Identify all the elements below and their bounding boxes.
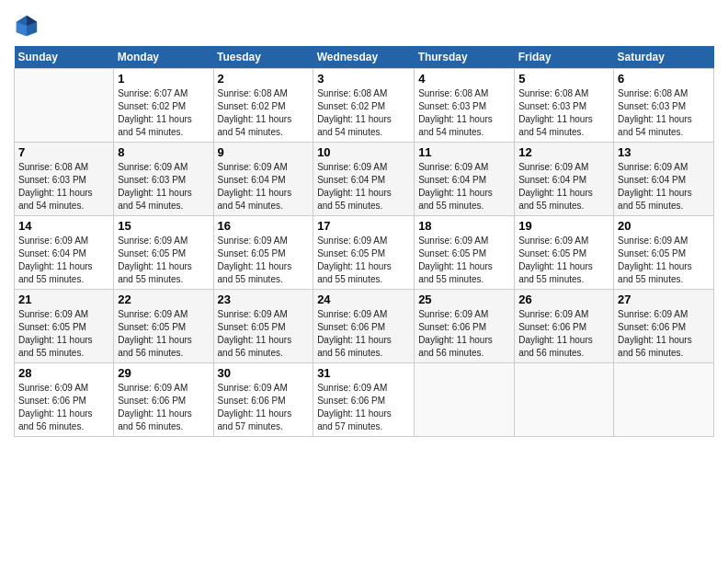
header-monday: Monday: [114, 46, 213, 69]
day-info: Sunrise: 6:09 AMSunset: 6:04 PMDaylight:…: [618, 161, 710, 213]
day-number: 18: [418, 219, 510, 233]
day-number: 29: [118, 366, 209, 380]
calendar-cell: 25Sunrise: 6:09 AMSunset: 6:06 PMDayligh…: [415, 290, 515, 363]
day-info: Sunrise: 6:08 AMSunset: 6:03 PMDaylight:…: [518, 87, 609, 139]
day-number: 27: [618, 293, 710, 306]
day-number: 26: [518, 293, 609, 306]
calendar-cell: 30Sunrise: 6:09 AMSunset: 6:06 PMDayligh…: [213, 363, 313, 437]
calendar-cell: 11Sunrise: 6:09 AMSunset: 6:04 PMDayligh…: [415, 143, 515, 216]
day-number: 15: [118, 219, 209, 233]
day-number: 22: [118, 293, 209, 306]
day-info: Sunrise: 6:09 AMSunset: 6:03 PMDaylight:…: [118, 161, 209, 213]
day-number: 30: [218, 366, 310, 380]
day-info: Sunrise: 6:09 AMSunset: 6:04 PMDaylight:…: [218, 161, 310, 213]
day-info: Sunrise: 6:08 AMSunset: 6:03 PMDaylight:…: [418, 87, 510, 139]
calendar-cell: 9Sunrise: 6:09 AMSunset: 6:04 PMDaylight…: [213, 143, 313, 216]
calendar-cell: 16Sunrise: 6:09 AMSunset: 6:05 PMDayligh…: [213, 216, 313, 290]
logo: [14, 13, 43, 39]
day-number: 24: [317, 293, 410, 306]
day-info: Sunrise: 6:09 AMSunset: 6:06 PMDaylight:…: [317, 382, 410, 433]
day-info: Sunrise: 6:08 AMSunset: 6:02 PMDaylight:…: [317, 87, 410, 139]
week-row-2: 7Sunrise: 6:08 AMSunset: 6:03 PMDaylight…: [15, 143, 714, 216]
day-info: Sunrise: 6:09 AMSunset: 6:06 PMDaylight:…: [317, 308, 410, 360]
day-info: Sunrise: 6:09 AMSunset: 6:05 PMDaylight:…: [18, 308, 109, 360]
day-info: Sunrise: 6:09 AMSunset: 6:05 PMDaylight:…: [118, 235, 209, 286]
calendar-cell: 31Sunrise: 6:09 AMSunset: 6:06 PMDayligh…: [313, 363, 415, 437]
day-info: Sunrise: 6:09 AMSunset: 6:04 PMDaylight:…: [518, 161, 609, 213]
calendar-cell: 12Sunrise: 6:09 AMSunset: 6:04 PMDayligh…: [515, 143, 614, 216]
day-number: 21: [18, 293, 109, 306]
calendar-header-row: SundayMondayTuesdayWednesdayThursdayFrid…: [15, 46, 714, 69]
calendar-cell: 13Sunrise: 6:09 AMSunset: 6:04 PMDayligh…: [614, 143, 714, 216]
day-info: Sunrise: 6:09 AMSunset: 6:04 PMDaylight:…: [317, 161, 410, 213]
calendar-cell: 22Sunrise: 6:09 AMSunset: 6:05 PMDayligh…: [114, 290, 213, 363]
day-number: 9: [218, 145, 310, 159]
day-number: 31: [317, 366, 410, 380]
header-wednesday: Wednesday: [313, 46, 415, 69]
day-number: 7: [18, 145, 109, 159]
calendar-cell: 2Sunrise: 6:08 AMSunset: 6:02 PMDaylight…: [213, 69, 313, 143]
calendar-cell: 24Sunrise: 6:09 AMSunset: 6:06 PMDayligh…: [313, 290, 415, 363]
day-number: 12: [518, 145, 609, 159]
header-saturday: Saturday: [614, 46, 714, 69]
header-thursday: Thursday: [415, 46, 515, 69]
day-number: 4: [418, 72, 510, 86]
calendar-cell: 1Sunrise: 6:07 AMSunset: 6:02 PMDaylight…: [114, 69, 213, 143]
day-number: 14: [18, 219, 109, 233]
day-info: Sunrise: 6:09 AMSunset: 6:05 PMDaylight:…: [118, 308, 209, 360]
week-row-1: 1Sunrise: 6:07 AMSunset: 6:02 PMDaylight…: [15, 69, 714, 143]
calendar-table: SundayMondayTuesdayWednesdayThursdayFrid…: [14, 46, 714, 437]
week-row-3: 14Sunrise: 6:09 AMSunset: 6:04 PMDayligh…: [15, 216, 714, 290]
day-number: 5: [518, 72, 609, 86]
calendar-cell: 6Sunrise: 6:08 AMSunset: 6:03 PMDaylight…: [614, 69, 714, 143]
day-info: Sunrise: 6:09 AMSunset: 6:05 PMDaylight:…: [317, 235, 410, 286]
day-info: Sunrise: 6:09 AMSunset: 6:05 PMDaylight:…: [418, 235, 510, 286]
day-number: 17: [317, 219, 410, 233]
day-number: 8: [118, 145, 209, 159]
header: [14, 9, 714, 39]
calendar-cell: 14Sunrise: 6:09 AMSunset: 6:04 PMDayligh…: [15, 216, 114, 290]
calendar-cell: 21Sunrise: 6:09 AMSunset: 6:05 PMDayligh…: [15, 290, 114, 363]
calendar-cell: [15, 69, 114, 143]
day-info: Sunrise: 6:09 AMSunset: 6:05 PMDaylight:…: [518, 235, 609, 286]
calendar-cell: [515, 363, 614, 437]
calendar-cell: 28Sunrise: 6:09 AMSunset: 6:06 PMDayligh…: [15, 363, 114, 437]
day-number: 23: [218, 293, 310, 306]
calendar-cell: 3Sunrise: 6:08 AMSunset: 6:02 PMDaylight…: [313, 69, 415, 143]
day-number: 25: [418, 293, 510, 306]
day-number: 16: [218, 219, 310, 233]
day-info: Sunrise: 6:07 AMSunset: 6:02 PMDaylight:…: [118, 87, 209, 139]
day-info: Sunrise: 6:09 AMSunset: 6:06 PMDaylight:…: [218, 382, 310, 433]
calendar-cell: 27Sunrise: 6:09 AMSunset: 6:06 PMDayligh…: [614, 290, 714, 363]
calendar-cell: 4Sunrise: 6:08 AMSunset: 6:03 PMDaylight…: [415, 69, 515, 143]
calendar-cell: 8Sunrise: 6:09 AMSunset: 6:03 PMDaylight…: [114, 143, 213, 216]
day-number: 13: [618, 145, 710, 159]
week-row-4: 21Sunrise: 6:09 AMSunset: 6:05 PMDayligh…: [15, 290, 714, 363]
day-number: 1: [118, 72, 209, 86]
calendar-cell: [614, 363, 714, 437]
day-info: Sunrise: 6:08 AMSunset: 6:03 PMDaylight:…: [618, 87, 710, 139]
header-friday: Friday: [515, 46, 614, 69]
day-number: 10: [317, 145, 410, 159]
header-tuesday: Tuesday: [213, 46, 313, 69]
day-number: 28: [18, 366, 109, 380]
calendar-cell: 29Sunrise: 6:09 AMSunset: 6:06 PMDayligh…: [114, 363, 213, 437]
calendar-cell: 5Sunrise: 6:08 AMSunset: 6:03 PMDaylight…: [515, 69, 614, 143]
day-number: 11: [418, 145, 510, 159]
day-number: 19: [518, 219, 609, 233]
calendar-cell: 10Sunrise: 6:09 AMSunset: 6:04 PMDayligh…: [313, 143, 415, 216]
week-row-5: 28Sunrise: 6:09 AMSunset: 6:06 PMDayligh…: [15, 363, 714, 437]
calendar-cell: 18Sunrise: 6:09 AMSunset: 6:05 PMDayligh…: [415, 216, 515, 290]
calendar-cell: 7Sunrise: 6:08 AMSunset: 6:03 PMDaylight…: [15, 143, 114, 216]
day-number: 3: [317, 72, 410, 86]
page-container: SundayMondayTuesdayWednesdayThursdayFrid…: [0, 0, 728, 446]
calendar-cell: 15Sunrise: 6:09 AMSunset: 6:05 PMDayligh…: [114, 216, 213, 290]
day-info: Sunrise: 6:09 AMSunset: 6:06 PMDaylight:…: [618, 308, 710, 360]
calendar-cell: 26Sunrise: 6:09 AMSunset: 6:06 PMDayligh…: [515, 290, 614, 363]
day-info: Sunrise: 6:09 AMSunset: 6:06 PMDaylight:…: [18, 382, 109, 433]
day-info: Sunrise: 6:08 AMSunset: 6:03 PMDaylight:…: [18, 161, 109, 213]
calendar-cell: 20Sunrise: 6:09 AMSunset: 6:05 PMDayligh…: [614, 216, 714, 290]
day-info: Sunrise: 6:09 AMSunset: 6:05 PMDaylight:…: [218, 308, 310, 360]
day-number: 2: [218, 72, 310, 86]
day-info: Sunrise: 6:09 AMSunset: 6:06 PMDaylight:…: [518, 308, 609, 360]
